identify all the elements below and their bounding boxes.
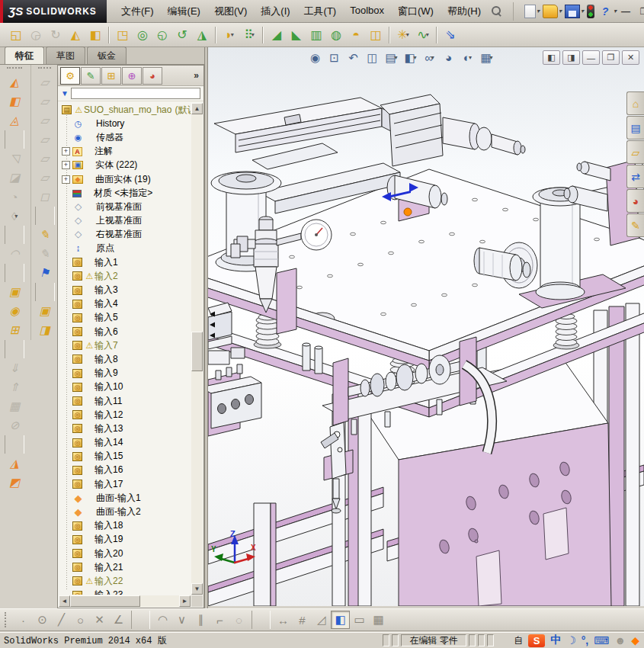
expand-toggle[interactable] bbox=[62, 175, 70, 184]
tree-item[interactable]: 上视基准面 bbox=[59, 214, 191, 228]
child-minimize-button[interactable]: — bbox=[582, 50, 600, 65]
header-overflow-button[interactable]: » bbox=[194, 70, 201, 81]
configurationmanager-tab[interactable]: ⊞ bbox=[101, 67, 121, 85]
tree-item[interactable]: 右视基准面 bbox=[59, 228, 191, 242]
tree-root-item[interactable]: SUO_shuan_mo_hao (默认 bbox=[59, 103, 191, 117]
extruded-boss-button[interactable]: ◱ bbox=[6, 25, 26, 45]
display-style-button[interactable]: ◧ bbox=[401, 49, 420, 66]
hole-wizard-button[interactable]: ◎ bbox=[133, 25, 152, 45]
tree-item[interactable]: 输入20 bbox=[59, 547, 191, 560]
view-right-button[interactable]: ▱ bbox=[35, 130, 55, 149]
tree-item[interactable]: 原点 bbox=[59, 242, 191, 255]
maximize-button[interactable]: ❐ bbox=[635, 4, 644, 19]
table-toggle[interactable]: ▦ bbox=[369, 611, 388, 629]
snap-polygon-button[interactable]: ○ bbox=[71, 611, 90, 629]
hide-show-items-button[interactable]: ∞ bbox=[420, 49, 439, 66]
dimxpertmanager-tab[interactable]: ⊕ bbox=[122, 67, 142, 85]
tree-item[interactable]: 材质 <未指定> bbox=[59, 186, 191, 200]
view-bottom-button[interactable]: ▱ bbox=[35, 168, 55, 187]
menu-item[interactable]: 插入(I) bbox=[254, 2, 296, 21]
tree-item[interactable]: 输入22 bbox=[59, 574, 191, 588]
search-icon[interactable] bbox=[491, 5, 502, 17]
tree-item[interactable]: 输入9 bbox=[59, 367, 191, 380]
apply-scene-button[interactable]: ◐ bbox=[458, 49, 477, 66]
minimize-button[interactable]: — bbox=[617, 4, 635, 19]
menu-item[interactable]: Toolbox bbox=[343, 2, 391, 21]
delete-body-button[interactable]: ⊘ bbox=[5, 416, 24, 435]
sketch-button[interactable]: ✎ bbox=[35, 226, 55, 244]
snap-angle-button[interactable]: ∠ bbox=[109, 611, 128, 629]
tree-item[interactable]: 传感器 bbox=[59, 130, 191, 144]
wrap-button[interactable]: ◍ bbox=[326, 25, 346, 45]
view-front-button[interactable]: ▱ bbox=[35, 73, 55, 91]
tree-item[interactable]: 输入15 bbox=[59, 450, 191, 464]
zoom-to-area-button[interactable]: ⊡ bbox=[325, 49, 344, 66]
tree-item[interactable]: 输入17 bbox=[59, 477, 191, 491]
tree-item[interactable]: 输入8 bbox=[59, 352, 191, 366]
graphics-viewport[interactable]: Z Y X ◉ ⊡ ↶ ◫ bbox=[208, 47, 644, 606]
open-button[interactable]: ▾ bbox=[540, 5, 562, 18]
swept-boss-button[interactable]: ↻ bbox=[46, 25, 66, 45]
fillet-button[interactable]: ◗ bbox=[219, 25, 239, 45]
snap-length-button[interactable]: ↔ bbox=[274, 611, 293, 629]
tree-item[interactable]: 曲面实体 (19) bbox=[59, 172, 191, 186]
sogou-logo[interactable]: S bbox=[528, 634, 545, 647]
tile-right-button[interactable]: ◨ bbox=[562, 50, 580, 65]
tree-item[interactable]: 输入23 bbox=[59, 589, 191, 595]
view-settings-button[interactable]: ▦ bbox=[477, 49, 496, 66]
featuremanager-tab[interactable]: ⚙ bbox=[60, 67, 80, 85]
toolbar-drag-handle[interactable] bbox=[5, 612, 9, 627]
file-explorer-tab[interactable]: ▱ bbox=[626, 140, 644, 164]
tree-item[interactable]: 输入10 bbox=[59, 380, 191, 394]
toolbar-drag-handle[interactable] bbox=[38, 67, 51, 72]
snap-tangent-button[interactable]: ◠ bbox=[153, 611, 172, 629]
lofted-boss-button[interactable]: ◭ bbox=[66, 25, 85, 45]
view-iso-button[interactable]: ◻ bbox=[35, 188, 55, 206]
tree-item[interactable]: 输入3 bbox=[59, 283, 191, 297]
ime-softkeyboard[interactable]: ⌨ bbox=[594, 634, 609, 646]
show-bodies-button[interactable]: ◨ bbox=[35, 321, 55, 339]
scroll-left-button[interactable]: ◄ bbox=[59, 595, 70, 607]
previous-view-button[interactable]: ↶ bbox=[344, 49, 363, 66]
snap-parallel-button[interactable]: ∥ bbox=[191, 611, 210, 629]
replace-face-button[interactable]: ◉ bbox=[5, 302, 24, 320]
displaymanager-tab[interactable]: ◕ bbox=[143, 67, 162, 85]
tree-item[interactable]: 实体 (222) bbox=[59, 159, 191, 172]
tree-item[interactable]: 前视基准面 bbox=[59, 200, 191, 213]
offset-surface-button[interactable]: ◊ bbox=[5, 207, 24, 225]
lofted-cut-button[interactable]: ◮ bbox=[192, 25, 212, 45]
child-restore-button[interactable]: ❐ bbox=[602, 50, 620, 65]
3d-model[interactable]: Z Y X bbox=[208, 47, 644, 606]
convert-surface-button[interactable]: ◩ bbox=[5, 473, 24, 492]
pattern-button[interactable]: ⊞ bbox=[5, 321, 24, 339]
snap-center-button[interactable]: ⊙ bbox=[33, 611, 52, 629]
expand-toggle[interactable] bbox=[62, 161, 70, 169]
design-library-tab[interactable]: ▤ bbox=[626, 116, 644, 140]
tree-filter-input[interactable] bbox=[71, 88, 200, 99]
3d-sketch-button[interactable]: ⚑ bbox=[35, 264, 55, 282]
boundary-boss-button[interactable]: ◧ bbox=[85, 25, 105, 45]
scroll-right-button[interactable]: ► bbox=[179, 595, 191, 607]
view-left-button[interactable]: ▱ bbox=[35, 111, 55, 130]
tree-item[interactable]: 输入4 bbox=[59, 297, 191, 311]
tree-item[interactable]: 输入21 bbox=[59, 560, 191, 574]
linear-pattern-button[interactable]: ⠿ bbox=[239, 25, 259, 45]
boundary-surface-button[interactable]: ◧ bbox=[5, 92, 24, 111]
snap-point-button[interactable]: · bbox=[14, 611, 33, 629]
isolate-body-button[interactable]: ▣ bbox=[35, 302, 55, 320]
child-close-button[interactable]: ✕ bbox=[622, 50, 639, 65]
menu-item[interactable]: 窗口(W) bbox=[391, 2, 441, 21]
snap-intersection-button[interactable]: ✕ bbox=[90, 611, 109, 629]
view-top-button[interactable]: ▱ bbox=[35, 149, 55, 168]
snap-angle-tri-button[interactable]: ◿ bbox=[312, 611, 331, 629]
menu-item[interactable]: 编辑(E) bbox=[161, 2, 207, 21]
ime-fullhalf-moon[interactable]: ☽ bbox=[566, 634, 576, 646]
ime-skin[interactable]: ◆ bbox=[631, 634, 639, 646]
propertymanager-tab[interactable]: ✎ bbox=[81, 67, 101, 85]
mirror-button[interactable]: ◫ bbox=[366, 25, 386, 45]
view-back-button[interactable]: ▱ bbox=[35, 92, 55, 111]
help-button[interactable]: ? ▾ bbox=[594, 5, 617, 18]
panel-toggle[interactable]: ▭ bbox=[350, 611, 369, 629]
extruded-cut-button[interactable]: ◳ bbox=[113, 25, 133, 45]
intersect-button[interactable]: ▣ bbox=[5, 283, 24, 301]
